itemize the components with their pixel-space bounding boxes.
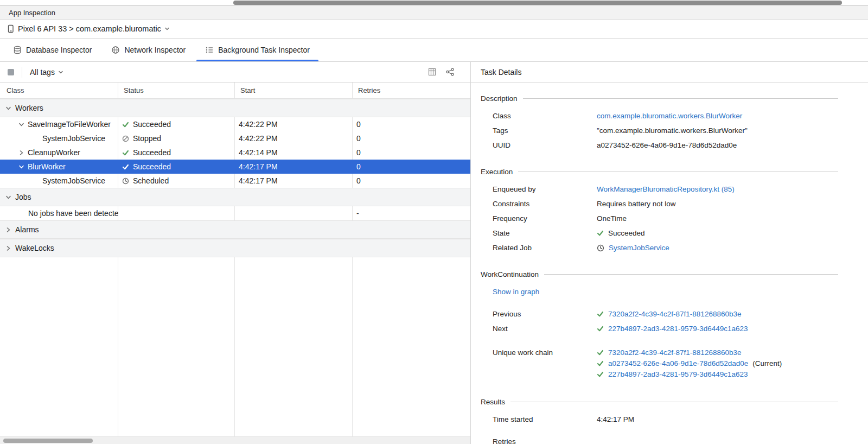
section-description: Description [481, 93, 838, 103]
tab-database-inspector[interactable]: Database Inspector [3, 39, 101, 61]
section-work-continuation: WorkContinuation [481, 269, 838, 279]
constraints-value: Requires battery not low [597, 200, 676, 208]
related-job-link[interactable]: SystemJobService [609, 244, 669, 252]
chain-work-link[interactable]: 7320a2f2-4c39-4c2f-87f1-881268860b3e [608, 348, 741, 357]
worker-row[interactable]: CleanupWorker Succeeded 4:42:14 PM 0 [0, 145, 470, 160]
worker-row[interactable]: SystemJobService Stopped 4:42:22 PM 0 [0, 131, 470, 145]
stop-inspection-icon[interactable] [8, 69, 14, 75]
device-process-label: Pixel 6 API 33 > com.example.bluromatic [18, 24, 161, 33]
detail-label: UUID [493, 141, 597, 149]
column-header-status[interactable]: Status [118, 83, 235, 98]
detail-row-related-job: Related Job SystemJobService [481, 240, 838, 255]
tags-value: "com.example.bluromatic.workers.BlurWork… [597, 126, 748, 135]
detail-label: State [493, 229, 597, 237]
detail-row-tags: Tags "com.example.bluromatic.workers.Blu… [481, 123, 838, 138]
graph-view-icon[interactable] [446, 68, 454, 76]
status-text: Succeeded [133, 148, 171, 157]
retries-count: 0 [353, 134, 470, 143]
column-header-class[interactable]: Class [0, 83, 118, 98]
worker-row[interactable]: SaveImageToFileWorker Succeeded 4:42:22 … [0, 117, 470, 131]
detail-label: Next [493, 325, 597, 333]
chevron-right-icon [5, 245, 11, 251]
worker-class-name: SaveImageToFileWorker [28, 120, 111, 129]
tab-background-task-inspector[interactable]: Background Task Inspector [195, 39, 320, 61]
success-check-icon [597, 349, 604, 356]
group-row-wakelocks[interactable]: WakeLocks [0, 239, 470, 257]
detail-row-class: Class com.example.bluromatic.workers.Blu… [481, 109, 838, 123]
success-check-icon [597, 371, 604, 378]
horizontal-scrollbar-track[interactable] [0, 436, 470, 444]
column-header-start[interactable]: Start [235, 83, 353, 98]
success-check-icon [122, 121, 129, 128]
detail-row-retries: Retries [481, 434, 838, 444]
detail-label: Retries [493, 437, 597, 444]
detail-row-time-started: Time started 4:42:17 PM [481, 412, 838, 427]
task-details-title: Task Details [481, 68, 521, 77]
device-selector-bar[interactable]: Pixel 6 API 33 > com.example.bluromatic [0, 20, 868, 39]
chevron-down-icon [58, 69, 63, 75]
detail-label: Tags [493, 126, 597, 135]
previous-work-link[interactable]: 7320a2f2-4c39-4c2f-87f1-881268860b3e [608, 310, 741, 318]
group-label: Alarms [15, 225, 39, 234]
show-in-graph-link[interactable]: Show in graph [493, 288, 539, 296]
retries-count: 0 [353, 120, 470, 129]
group-row-workers[interactable]: Workers [0, 99, 470, 117]
tab-network-inspector[interactable]: Network Inspector [101, 39, 195, 61]
detail-row-state: State Succeeded [481, 226, 838, 240]
detail-label: Constraints [493, 200, 597, 208]
chain-suffix: (Current) [752, 359, 782, 367]
start-time: 4:42:17 PM [235, 176, 353, 185]
section-divider [510, 402, 838, 402]
chevron-right-icon[interactable] [18, 150, 24, 156]
worker-class-name: CleanupWorker [28, 148, 80, 157]
group-label: WakeLocks [15, 244, 54, 252]
horizontal-scrollbar-thumb[interactable] [3, 439, 93, 443]
worker-row[interactable]: SystemJobService Scheduled 4:42:17 PM 0 [0, 174, 470, 188]
detail-row-enqueued-by: Enqueued by WorkManagerBluromaticReposit… [481, 182, 838, 196]
detail-row-frequency: Frequency OneTime [481, 211, 838, 226]
column-header-retries[interactable]: Retries [353, 83, 470, 98]
chevron-down-icon[interactable] [18, 122, 24, 128]
enqueued-by-link[interactable]: WorkManagerBluromaticRepository.kt (85) [597, 185, 735, 193]
app-inspection-header: App Inspection [0, 5, 868, 20]
chevron-down-icon[interactable] [18, 164, 24, 170]
all-tags-label: All tags [30, 68, 55, 77]
group-row-alarms[interactable]: Alarms [0, 220, 470, 239]
task-details-body: Description Class com.example.bluromatic… [471, 83, 868, 444]
start-time: 4:42:22 PM [235, 120, 353, 129]
time-started-value: 4:42:17 PM [597, 415, 634, 423]
network-globe-icon [111, 46, 120, 54]
section-divider [523, 98, 838, 99]
success-check-icon [597, 360, 604, 367]
horizontal-scrollbar-thumb[interactable] [233, 1, 842, 5]
success-check-icon [597, 230, 604, 237]
all-tags-dropdown[interactable]: All tags [30, 68, 63, 77]
next-work-link[interactable]: 227b4897-2ad3-4281-9579-3d6449c1a623 [608, 325, 748, 333]
chain-work-link[interactable]: 227b4897-2ad3-4281-9579-3d6449c1a623 [608, 370, 748, 378]
section-divider [544, 274, 838, 275]
success-check-icon [597, 310, 604, 318]
table-view-icon[interactable] [428, 68, 436, 76]
tab-label: Network Inspector [124, 46, 186, 54]
retries-count: 0 [353, 148, 470, 157]
empty-message: No jobs have been detected [28, 209, 118, 218]
class-link[interactable]: com.example.bluromatic.workers.BlurWorke… [597, 112, 742, 120]
task-details-panel: Task Details Description Class com.examp… [471, 62, 868, 444]
frequency-value: OneTime [597, 214, 627, 223]
section-results: Results [481, 397, 838, 407]
start-time: 4:42:22 PM [235, 134, 353, 143]
group-row-jobs[interactable]: Jobs [0, 188, 470, 206]
worker-class-name: SystemJobService [42, 176, 105, 185]
chain-work-link[interactable]: a0273452-626e-4a06-9d1e-78d6d52dad0e [608, 359, 748, 367]
unique-work-chain-row: Unique work chain 7320a2f2-4c39-4c2f-87f… [481, 347, 838, 379]
worker-row-selected[interactable]: BlurWorker Succeeded 4:42:17 PM 0 [0, 160, 470, 174]
detail-label: Enqueued by [493, 185, 597, 193]
tab-label: Background Task Inspector [218, 46, 310, 54]
detail-row-previous: Previous 7320a2f2-4c39-4c2f-87f1-8812688… [481, 307, 838, 321]
group-label: Jobs [15, 193, 31, 201]
section-heading-label: Results [481, 398, 505, 406]
chain-item: a0273452-626e-4a06-9d1e-78d6d52dad0e (Cu… [597, 358, 782, 369]
start-time: 4:42:14 PM [235, 148, 353, 157]
start-time: 4:42:17 PM [235, 162, 353, 171]
status-text: Succeeded [133, 162, 171, 171]
